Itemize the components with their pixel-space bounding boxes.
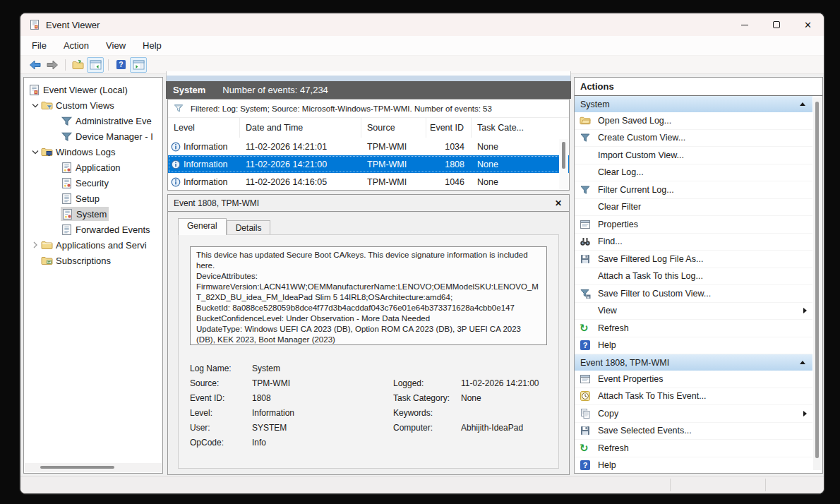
- scrollbar-thumb[interactable]: [40, 466, 114, 469]
- action-filter-current-log[interactable]: Filter Current Log...: [575, 181, 812, 199]
- action-import-custom-view[interactable]: Import Custom View...: [575, 147, 812, 164]
- action-help[interactable]: ? Help: [575, 337, 812, 355]
- minimize-button[interactable]: [728, 13, 760, 36]
- collapse-icon[interactable]: [800, 102, 805, 106]
- actions-section-event[interactable]: Event 1808, TPM-WMI: [575, 354, 812, 371]
- submenu-arrow-icon: [803, 308, 807, 313]
- opcode-value: Info: [252, 438, 393, 448]
- svg-text:?: ?: [119, 61, 123, 68]
- save-icon: [580, 253, 591, 265]
- tree-item-system[interactable]: System: [24, 206, 162, 222]
- menu-view[interactable]: View: [97, 40, 134, 51]
- action-save-filter-to-custom-view[interactable]: Save Filter to Custom View...: [575, 285, 812, 303]
- show-action-pane-button[interactable]: [130, 57, 147, 73]
- computer-value: Abhijith-IdeaPad: [461, 423, 551, 433]
- column-date-time[interactable]: Date and Time: [240, 118, 361, 138]
- chevron-down-icon[interactable]: [30, 150, 41, 155]
- action-view[interactable]: View: [575, 303, 812, 320]
- event-row-selected[interactable]: Information 11-02-2026 14:21:00 TPM-WMI …: [168, 155, 569, 173]
- column-source[interactable]: Source: [361, 118, 426, 138]
- tree-item-application[interactable]: Application: [24, 160, 162, 175]
- event-viewer-window: Event Viewer ✕ File Action View Help ?: [20, 13, 824, 494]
- filter-bar: Filtered: Log: System; Source: Microsoft…: [168, 100, 569, 118]
- tree-item-administrative-events[interactable]: Administrative Eve: [24, 113, 162, 128]
- event-row[interactable]: Information 11-02-2026 14:16:05 TPM-WMI …: [168, 173, 569, 191]
- funnel-icon: [580, 132, 591, 143]
- save-icon: [580, 425, 591, 436]
- action-clear-filter[interactable]: Clear Filter: [575, 199, 812, 217]
- back-button[interactable]: [26, 57, 43, 73]
- tree-item-security[interactable]: Security: [24, 175, 162, 191]
- task-category-label: Task Category:: [393, 393, 461, 403]
- action-attach-task-to-event[interactable]: Attach Task To This Event...: [575, 388, 812, 406]
- action-refresh-event[interactable]: ↻ Refresh: [575, 440, 812, 457]
- source-label: Source:: [190, 378, 252, 388]
- console-tree-icon: [90, 60, 102, 70]
- action-find[interactable]: Find...: [575, 234, 812, 251]
- event-count: Number of events: 47,234: [222, 85, 328, 95]
- task-clock-icon: [580, 390, 591, 402]
- action-refresh[interactable]: ↻ Refresh: [575, 320, 812, 337]
- action-save-filtered-log[interactable]: Save Filtered Log File As...: [575, 251, 812, 268]
- actions-title: Actions: [575, 78, 822, 96]
- action-save-selected-events[interactable]: Save Selected Events...: [575, 423, 812, 440]
- action-clear-log[interactable]: Clear Log...: [575, 164, 812, 182]
- actions-section-system[interactable]: System: [575, 96, 812, 112]
- tree-item-custom-views[interactable]: Custom Views: [24, 97, 162, 113]
- close-button[interactable]: ✕: [792, 13, 824, 36]
- help-icon: ?: [580, 460, 591, 471]
- tree-item-forwarded-events[interactable]: Forwarded Events: [24, 222, 162, 237]
- menu-action[interactable]: Action: [55, 40, 97, 51]
- list-top-strip: [166, 71, 571, 81]
- log-header-bar: System Number of events: 47,234: [166, 81, 571, 99]
- tab-details[interactable]: Details: [227, 220, 271, 235]
- action-copy[interactable]: Copy: [575, 405, 812, 423]
- event-id-value: 1808: [252, 393, 393, 403]
- submenu-arrow-icon: [803, 411, 807, 416]
- properties-icon: [580, 373, 591, 385]
- info-icon: [171, 160, 181, 169]
- log-icon: [61, 224, 73, 235]
- action-event-properties[interactable]: Event Properties: [575, 371, 812, 388]
- chevron-right-icon[interactable]: [30, 241, 41, 248]
- log-title: System: [173, 85, 205, 95]
- tab-general[interactable]: General: [178, 218, 227, 235]
- event-log-icon: [61, 162, 73, 173]
- event-list-scrollbar[interactable]: [559, 139, 568, 189]
- tree-horizontal-scrollbar[interactable]: [25, 463, 162, 472]
- action-create-custom-view[interactable]: Create Custom View...: [575, 130, 812, 148]
- action-properties[interactable]: Properties: [575, 216, 812, 234]
- tree-item-windows-logs[interactable]: Windows Logs: [24, 144, 162, 160]
- close-preview-icon[interactable]: ✕: [555, 198, 562, 208]
- back-arrow-icon: [29, 60, 41, 70]
- event-description[interactable]: This device has updated Secure Boot CA/k…: [190, 246, 547, 345]
- scrollbar-thumb[interactable]: [815, 102, 819, 458]
- tree-item-device-manager[interactable]: Device Manager - I: [24, 128, 162, 144]
- collapse-icon[interactable]: [800, 361, 805, 364]
- column-event-id[interactable]: Event ID: [426, 118, 472, 138]
- column-level[interactable]: Level: [168, 118, 240, 138]
- selected-tree-item: System: [61, 207, 109, 221]
- tree-item-subscriptions[interactable]: Subscriptions: [24, 253, 162, 268]
- maximize-button[interactable]: [760, 13, 792, 36]
- action-attach-task-to-log[interactable]: Attach a Task To this Log...: [575, 268, 812, 286]
- show-console-tree-button[interactable]: [87, 57, 104, 73]
- tree-item-event-viewer-local[interactable]: Event Viewer (Local): [24, 82, 162, 97]
- tree-item-setup[interactable]: Setup: [24, 191, 162, 206]
- actions-scrollbar[interactable]: [813, 97, 822, 470]
- scrollbar-thumb[interactable]: [562, 142, 565, 169]
- chevron-down-icon[interactable]: [30, 103, 41, 108]
- tree-item-applications-and-services[interactable]: Applications and Servi: [24, 237, 162, 253]
- help-button[interactable]: ?: [112, 57, 129, 73]
- general-tab-page: This device has updated Secure Boot CA/k…: [178, 234, 559, 469]
- forward-button[interactable]: [44, 57, 61, 73]
- action-open-saved-log[interactable]: Open Saved Log...: [575, 112, 812, 130]
- computer-label: Computer:: [393, 423, 461, 433]
- properties-icon: [580, 219, 591, 230]
- column-task-category[interactable]: Task Cate...: [472, 118, 569, 138]
- action-help-event[interactable]: ? Help: [575, 457, 812, 474]
- export-log-button[interactable]: [69, 57, 86, 73]
- menu-help[interactable]: Help: [134, 40, 170, 51]
- event-row[interactable]: Information 11-02-2026 14:21:01 TPM-WMI …: [168, 138, 569, 155]
- menu-file[interactable]: File: [23, 40, 55, 51]
